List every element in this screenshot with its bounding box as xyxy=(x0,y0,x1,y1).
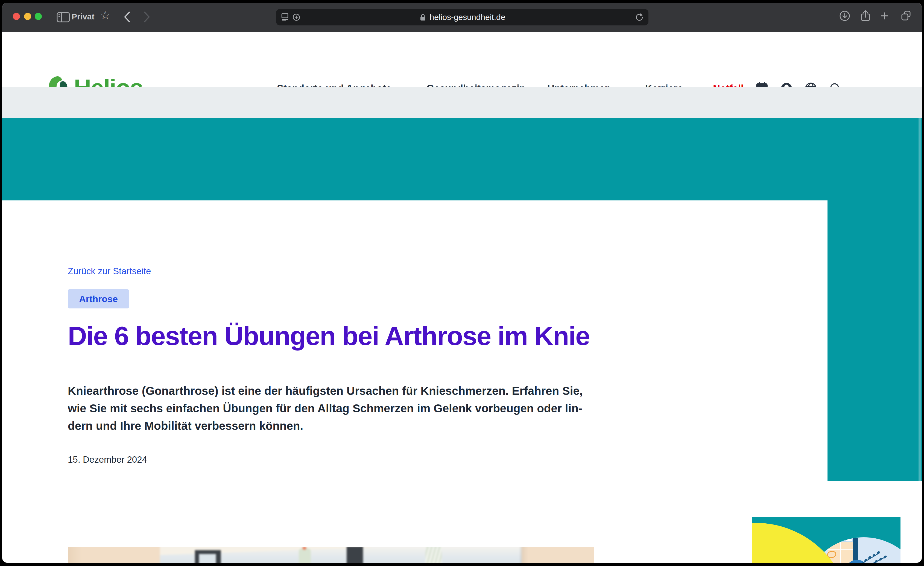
back-button[interactable] xyxy=(122,11,132,23)
teaser-illustration-card xyxy=(752,517,900,563)
article-date: 15. Dezember 2024 xyxy=(68,454,147,465)
sidebar-toggle-icon[interactable] xyxy=(57,12,70,23)
browser-toolbar: Privat ☆ helios-g xyxy=(2,3,922,32)
new-tab-button[interactable]: + xyxy=(880,8,888,24)
back-to-home-link[interactable]: Zurück zur Startseite xyxy=(68,266,151,277)
forward-button[interactable] xyxy=(142,11,152,23)
downloads-icon[interactable] xyxy=(839,10,851,22)
url-text: helios-gesundheit.de xyxy=(430,13,506,22)
lock-icon xyxy=(419,14,426,21)
private-browsing-label: Privat xyxy=(72,12,94,22)
branch-leaves xyxy=(860,550,889,563)
article-intro: Kniearthrose (Gonarthrose) ist eine der … xyxy=(68,382,582,435)
minimize-window-button[interactable] xyxy=(24,13,31,20)
calendar-search-pill xyxy=(846,539,852,541)
share-icon[interactable] xyxy=(860,9,872,23)
address-bar[interactable]: helios-gesundheit.de xyxy=(276,9,648,26)
article-title: Die 6 besten Übungen bei Arthrose im Kni… xyxy=(68,320,789,352)
tab-overview-icon[interactable] xyxy=(900,10,912,22)
article-hero-image xyxy=(68,547,594,563)
magazine-bar: Gesundheitsmagazin Gesund leben Krankhei… xyxy=(2,87,922,118)
hero-teal-band xyxy=(2,118,922,200)
zoom-window-button[interactable] xyxy=(35,13,42,20)
reload-icon[interactable] xyxy=(634,13,644,22)
calendar-dark-stripe xyxy=(853,538,858,563)
site-header: Helios Standorte und Angebote Gesundheit… xyxy=(2,32,922,87)
browser-window: Privat ☆ helios-g xyxy=(2,3,922,563)
photo-room-scene xyxy=(68,547,594,563)
category-badge[interactable]: Arthrose xyxy=(68,289,129,308)
hero-teal-column xyxy=(828,200,922,481)
bookmark-star-icon[interactable]: ☆ xyxy=(100,9,111,22)
address-display: helios-gesundheit.de xyxy=(276,9,648,26)
close-window-button[interactable] xyxy=(13,13,20,20)
scrollbar-track[interactable] xyxy=(918,118,921,481)
